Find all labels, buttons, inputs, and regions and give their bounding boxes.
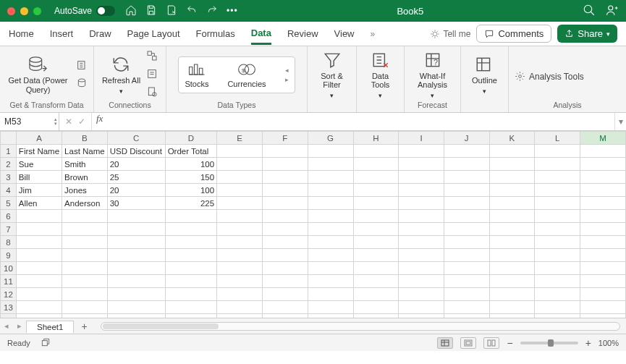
cell[interactable] — [165, 288, 216, 301]
cell[interactable] — [217, 145, 263, 158]
save-as-icon[interactable] — [166, 4, 177, 18]
window-controls[interactable] — [7, 7, 41, 15]
cell[interactable] — [353, 275, 399, 288]
cell[interactable] — [308, 236, 353, 249]
cell[interactable] — [489, 184, 535, 197]
cell[interactable] — [262, 314, 308, 318]
cell[interactable] — [262, 145, 308, 158]
cell[interactable] — [353, 210, 399, 223]
save-icon[interactable] — [145, 4, 157, 18]
cell[interactable]: Smith — [62, 158, 108, 171]
cell[interactable] — [353, 197, 399, 210]
zoom-slider[interactable] — [520, 342, 578, 344]
get-data-button[interactable]: Get Data (Power Query) — [6, 55, 70, 94]
search-icon[interactable] — [583, 4, 596, 19]
cell[interactable] — [580, 210, 625, 223]
data-tools-button[interactable]: Data Tools ▾ — [363, 51, 398, 100]
cell[interactable] — [262, 223, 308, 236]
datatypes-nav[interactable]: ◂▸ — [285, 67, 289, 83]
cell[interactable] — [353, 145, 399, 158]
cell[interactable] — [535, 275, 580, 288]
cell[interactable] — [444, 301, 489, 314]
cell[interactable] — [107, 288, 165, 301]
cell[interactable] — [107, 223, 165, 236]
cell[interactable]: 100 — [165, 184, 216, 197]
cell[interactable] — [399, 184, 444, 197]
cell[interactable] — [444, 314, 489, 318]
cell[interactable] — [217, 301, 263, 314]
cell[interactable] — [535, 145, 580, 158]
cell[interactable] — [16, 262, 62, 275]
cell[interactable] — [399, 275, 444, 288]
cell[interactable] — [580, 314, 625, 318]
cell[interactable] — [489, 223, 535, 236]
home-icon[interactable] — [125, 4, 137, 18]
cell[interactable] — [353, 249, 399, 262]
cell[interactable] — [16, 288, 62, 301]
cell[interactable] — [399, 223, 444, 236]
cell[interactable] — [217, 197, 263, 210]
stocks-button[interactable]: Stocks — [185, 62, 208, 89]
cell[interactable] — [399, 249, 444, 262]
row-header[interactable]: 1 — [1, 145, 17, 158]
cell[interactable] — [444, 171, 489, 184]
cell[interactable] — [262, 249, 308, 262]
enter-formula-icon[interactable]: ✓ — [78, 117, 85, 127]
row-header[interactable]: 11 — [1, 275, 17, 288]
cell[interactable] — [353, 288, 399, 301]
cell[interactable] — [217, 249, 263, 262]
cell[interactable] — [535, 249, 580, 262]
cell[interactable] — [489, 145, 535, 158]
cell[interactable] — [444, 275, 489, 288]
cell[interactable] — [489, 171, 535, 184]
cell[interactable] — [489, 210, 535, 223]
cell[interactable] — [217, 184, 263, 197]
cell[interactable] — [489, 301, 535, 314]
cell[interactable] — [308, 145, 353, 158]
cell[interactable] — [489, 197, 535, 210]
row-header[interactable]: 14 — [1, 314, 17, 318]
cell[interactable]: Sue — [16, 158, 62, 171]
properties-icon[interactable] — [146, 68, 158, 82]
horizontal-scrollbar[interactable] — [101, 322, 620, 331]
sheet-nav-next[interactable]: ▸ — [13, 321, 26, 331]
cell[interactable] — [308, 288, 353, 301]
cell[interactable]: 30 — [107, 197, 165, 210]
cell[interactable] — [444, 158, 489, 171]
row-header[interactable]: 5 — [1, 197, 17, 210]
cell[interactable] — [353, 223, 399, 236]
cell[interactable] — [62, 275, 108, 288]
minimize-window-icon[interactable] — [20, 7, 28, 15]
cell[interactable] — [580, 223, 625, 236]
cell[interactable]: USD Discount — [107, 145, 165, 158]
cell[interactable] — [489, 249, 535, 262]
cell[interactable] — [399, 210, 444, 223]
cell[interactable] — [489, 158, 535, 171]
cell[interactable] — [308, 223, 353, 236]
cell[interactable] — [489, 288, 535, 301]
view-normal-button[interactable] — [437, 337, 453, 349]
cell[interactable]: Anderson — [62, 197, 108, 210]
cell[interactable] — [535, 236, 580, 249]
col-header[interactable]: M — [580, 132, 625, 145]
cell[interactable] — [535, 171, 580, 184]
cell[interactable] — [217, 314, 263, 318]
tab-draw[interactable]: Draw — [89, 24, 111, 43]
cell[interactable] — [353, 184, 399, 197]
cell[interactable] — [353, 301, 399, 314]
cell[interactable] — [165, 262, 216, 275]
cell[interactable]: 150 — [165, 171, 216, 184]
cell[interactable] — [535, 158, 580, 171]
cell[interactable]: Brown — [62, 171, 108, 184]
cell[interactable] — [535, 262, 580, 275]
cell[interactable] — [353, 171, 399, 184]
name-box[interactable]: M53 ▴▾ — [0, 113, 59, 130]
redo-icon[interactable] — [206, 4, 218, 18]
cell[interactable] — [107, 236, 165, 249]
col-header[interactable]: K — [489, 132, 535, 145]
cell[interactable] — [107, 249, 165, 262]
cell[interactable]: 20 — [107, 184, 165, 197]
cell[interactable] — [308, 184, 353, 197]
cell[interactable] — [262, 275, 308, 288]
cell[interactable] — [444, 145, 489, 158]
